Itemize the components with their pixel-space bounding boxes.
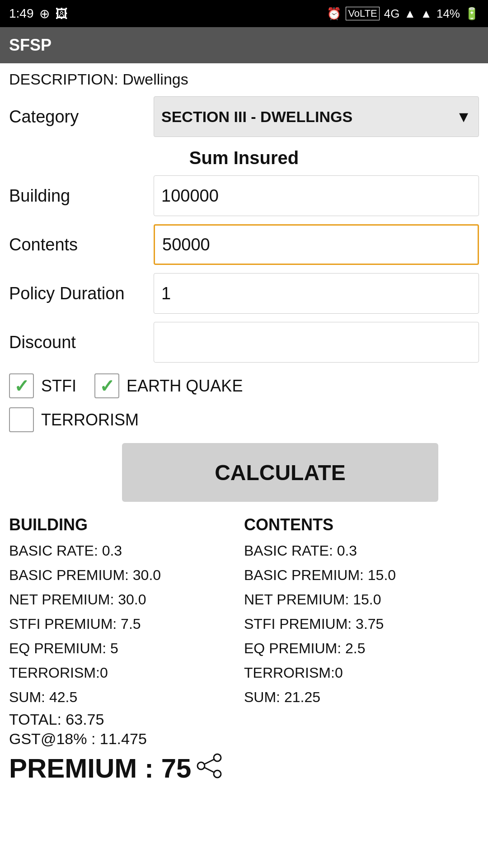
battery: 14% — [436, 7, 460, 21]
earthquake-checkbox[interactable]: ✓ — [94, 373, 119, 398]
premium-row: PREMIUM : 75 — [9, 752, 479, 784]
category-value: SECTION III - DWELLINGS — [161, 108, 352, 126]
status-right: ⏰ VoLTE 4G ▲ ▲ 14% 🔋 — [327, 7, 479, 21]
building-eq-premium: EQ PREMIUM: 5 — [9, 637, 244, 659]
description-text: DESCRIPTION: Dwellings — [9, 71, 188, 88]
status-bar: 1:49 ⊕ 🖼 ⏰ VoLTE 4G ▲ ▲ 14% 🔋 — [0, 0, 488, 27]
policy-duration-row: Policy Duration — [9, 273, 479, 314]
discount-label: Discount — [9, 333, 154, 352]
contents-header: CONTENTS — [244, 515, 479, 534]
stfi-checkbox-item[interactable]: ✓ STFI — [9, 373, 76, 398]
calculate-button[interactable]: CALCULATE — [122, 443, 438, 502]
app-title: SFSP — [9, 36, 52, 55]
contents-eq-premium: EQ PREMIUM: 2.5 — [244, 637, 479, 659]
contents-label: Contents — [9, 235, 154, 255]
contents-sum: SUM: 21.25 — [244, 686, 479, 708]
building-input[interactable] — [154, 175, 479, 216]
terrorism-label: TERRORISM — [41, 410, 139, 429]
volte-badge: VoLTE — [346, 7, 379, 20]
description-row: DESCRIPTION: Dwellings — [0, 63, 488, 92]
dropdown-arrow-icon: ▼ — [456, 108, 471, 126]
building-stfi-premium: STFI PREMIUM: 7.5 — [9, 613, 244, 635]
contents-input[interactable] — [154, 224, 479, 265]
earthquake-checkmark: ✓ — [99, 376, 115, 396]
building-net-premium: NET PREMIUM: 30.0 — [9, 589, 244, 610]
checkbox-row-1: ✓ STFI ✓ EARTH QUAKE — [9, 373, 479, 398]
notification-icon: ⊕ — [39, 6, 50, 21]
network-icon: 4G — [384, 7, 400, 21]
contents-basic-rate: BASIC RATE: 0.3 — [244, 540, 479, 561]
stfi-checkmark: ✓ — [14, 376, 29, 396]
contents-terrorism: TERRORISM:0 — [244, 662, 479, 684]
earthquake-label: EARTH QUAKE — [127, 377, 243, 396]
premium-text: PREMIUM : 75 — [9, 753, 191, 784]
building-col: BASIC RATE: 0.3 BASIC PREMIUM: 30.0 NET … — [9, 540, 244, 708]
status-left: 1:49 ⊕ 🖼 — [9, 6, 68, 21]
contents-col: BASIC RATE: 0.3 BASIC PREMIUM: 15.0 NET … — [244, 540, 479, 708]
building-header: BUILDING — [9, 515, 244, 534]
calculate-label: CALCULATE — [215, 460, 346, 485]
building-basic-premium: BASIC PREMIUM: 30.0 — [9, 564, 244, 586]
gst-row: GST@18% : 11.475 — [9, 730, 479, 748]
checkbox-area: ✓ STFI ✓ EARTH QUAKE TERRORISM — [9, 373, 479, 432]
svg-point-0 — [214, 754, 221, 761]
svg-line-4 — [205, 768, 214, 772]
building-sum: SUM: 42.5 — [9, 686, 244, 708]
contents-row: Contents — [9, 224, 479, 265]
discount-row: Discount — [9, 322, 479, 363]
results-section: BUILDING CONTENTS BASIC RATE: 0.3 BASIC … — [9, 511, 479, 789]
earthquake-checkbox-item[interactable]: ✓ EARTH QUAKE — [94, 373, 243, 398]
svg-line-3 — [205, 760, 214, 764]
discount-input[interactable] — [154, 322, 479, 363]
stfi-checkbox[interactable]: ✓ — [9, 373, 34, 398]
contents-stfi-premium: STFI PREMIUM: 3.75 — [244, 613, 479, 635]
svg-point-1 — [197, 762, 205, 769]
signal-icon2: ▲ — [420, 7, 432, 21]
category-select[interactable]: SECTION III - DWELLINGS ▼ — [154, 96, 479, 137]
category-label: Category — [9, 107, 154, 127]
alarm-icon: ⏰ — [327, 7, 341, 21]
main-content: Category SECTION III - DWELLINGS ▼ Sum I… — [0, 92, 488, 793]
contents-net-premium: NET PREMIUM: 15.0 — [244, 589, 479, 610]
checkbox-row-2: TERRORISM — [9, 407, 479, 432]
terrorism-checkbox-item[interactable]: TERRORISM — [9, 407, 139, 432]
total-row: TOTAL: 63.75 — [9, 711, 479, 728]
category-row: Category SECTION III - DWELLINGS ▼ — [9, 96, 479, 137]
svg-point-2 — [214, 770, 221, 778]
building-basic-rate: BASIC RATE: 0.3 — [9, 540, 244, 561]
time: 1:49 — [9, 6, 34, 21]
app-bar: SFSP — [0, 27, 488, 63]
signal-icon: ▲ — [404, 7, 416, 21]
building-row: Building — [9, 175, 479, 216]
battery-icon: 🔋 — [465, 7, 479, 21]
results-rows: BASIC RATE: 0.3 BASIC PREMIUM: 30.0 NET … — [9, 540, 479, 708]
stfi-label: STFI — [41, 377, 76, 396]
share-icon[interactable] — [196, 752, 223, 784]
image-icon: 🖼 — [55, 6, 68, 21]
building-terrorism: TERRORISM:0 — [9, 662, 244, 684]
sum-insured-header: Sum Insured — [9, 148, 479, 168]
building-label: Building — [9, 186, 154, 206]
results-headers: BUILDING CONTENTS — [9, 515, 479, 534]
policy-duration-label: Policy Duration — [9, 284, 154, 303]
contents-basic-premium: BASIC PREMIUM: 15.0 — [244, 564, 479, 586]
policy-duration-input[interactable] — [154, 273, 479, 314]
terrorism-checkbox[interactable] — [9, 407, 34, 432]
